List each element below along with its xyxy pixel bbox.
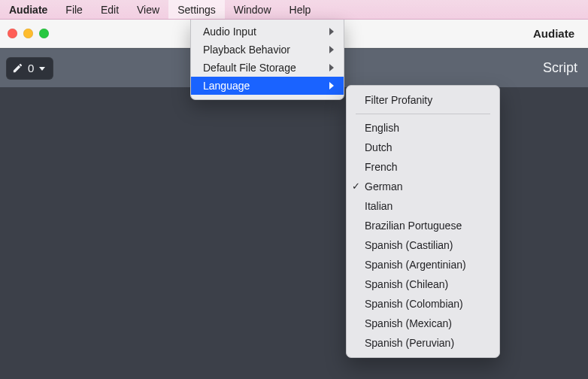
chevron-right-icon [329, 82, 335, 89]
menubar-app[interactable]: Audiate [0, 0, 56, 19]
menubar-item-window[interactable]: Window [225, 0, 280, 19]
menu-item-label: English [365, 122, 486, 134]
menubar-item-file[interactable]: File [56, 0, 92, 19]
menu-item-label: Filter Profanity [365, 94, 486, 106]
menu-item-label: German [365, 180, 486, 193]
language-item[interactable]: Spanish (Castilian) [347, 235, 499, 255]
language-item[interactable]: ✓German [347, 177, 499, 196]
language-submenu: Filter Profanity EnglishDutchFrench✓Germ… [346, 85, 500, 358]
minimize-icon[interactable] [23, 29, 33, 38]
settings-item-playback-behavior[interactable]: Playback Behavior [191, 41, 344, 59]
menu-item-label: Spanish (Mexican) [365, 317, 486, 329]
language-item[interactable]: Spanish (Mexican) [347, 314, 499, 333]
menu-item-label: Playback Behavior [203, 44, 323, 56]
language-item[interactable]: Spanish (Colombian) [347, 294, 499, 314]
menu-item-label: Italian [365, 200, 486, 212]
settings-item-default-file-storage[interactable]: Default File Storage [191, 59, 344, 77]
language-item[interactable]: French [347, 157, 499, 177]
language-item[interactable]: Italian [347, 196, 499, 216]
menu-item-label: Brazilian Portuguese [365, 220, 486, 232]
language-item[interactable]: Spanish (Chilean) [347, 274, 499, 294]
pencil-icon [12, 62, 23, 74]
close-icon[interactable] [8, 29, 17, 38]
language-item[interactable]: English [347, 118, 499, 138]
script-heading: Script [543, 60, 577, 76]
zoom-icon[interactable] [39, 29, 49, 38]
menu-item-label: Spanish (Argentinian) [365, 259, 486, 271]
menu-item-label: Default File Storage [203, 62, 323, 74]
menu-item-label: Spanish (Chilean) [365, 278, 486, 290]
menu-item-label: Spanish (Peruvian) [365, 337, 486, 349]
menu-item-label: Spanish (Castilian) [365, 239, 486, 251]
settings-menu: Audio Input Playback Behavior Default Fi… [190, 20, 344, 100]
chevron-right-icon [329, 46, 335, 53]
menubar-item-edit[interactable]: Edit [92, 0, 128, 19]
language-item[interactable]: Brazilian Portuguese [347, 216, 499, 235]
edit-count-button[interactable]: 0 [6, 57, 53, 80]
window-title: Audiate [533, 27, 574, 40]
language-item[interactable]: Spanish (Argentinian) [347, 255, 499, 274]
language-item[interactable]: Dutch [347, 138, 499, 157]
caret-down-icon [38, 65, 46, 72]
menu-item-label: Audio Input [203, 26, 323, 38]
settings-item-language[interactable]: Language [191, 77, 344, 95]
check-icon: ✓ [352, 180, 360, 192]
menu-item-label: Dutch [365, 141, 486, 153]
window-controls [8, 29, 49, 38]
chevron-right-icon [329, 64, 335, 71]
system-menubar: Audiate File Edit View Settings Window H… [0, 0, 588, 20]
language-item[interactable]: Spanish (Peruvian) [347, 333, 499, 353]
settings-item-audio-input[interactable]: Audio Input [191, 23, 344, 41]
edit-count-value: 0 [28, 62, 34, 74]
menu-item-label: French [365, 161, 486, 173]
menu-separator [356, 114, 490, 114]
chevron-right-icon [329, 28, 335, 35]
menubar-item-view[interactable]: View [128, 0, 168, 19]
menu-item-label: Spanish (Colombian) [365, 298, 486, 310]
menubar-item-settings[interactable]: Settings [168, 0, 225, 19]
language-item-filter-profanity[interactable]: Filter Profanity [347, 90, 499, 110]
menubar-item-help[interactable]: Help [280, 0, 320, 19]
menu-item-label: Language [203, 80, 323, 92]
